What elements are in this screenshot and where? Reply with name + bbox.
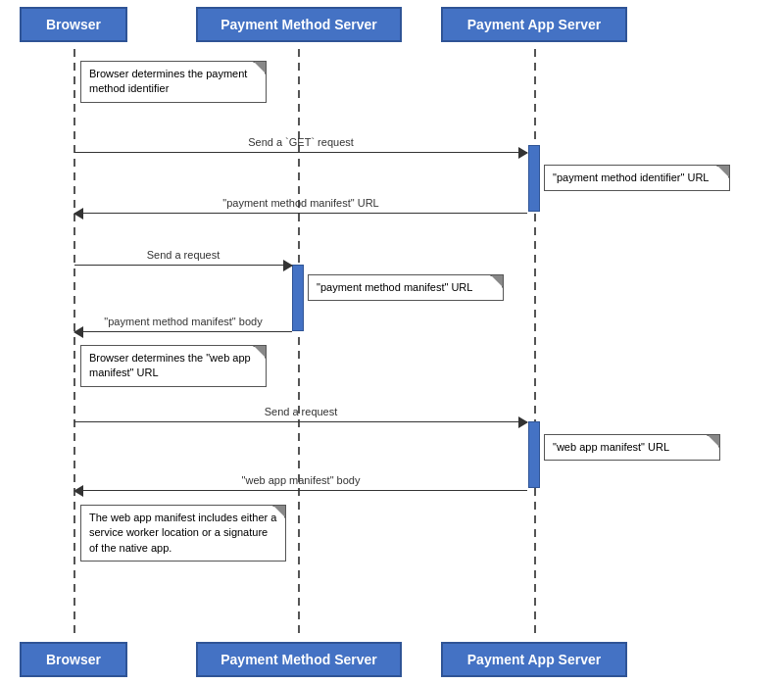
arrow-pmm-body: "payment method manifest" body	[74, 331, 292, 332]
actor-pms-header: Payment Method Server	[196, 7, 402, 42]
arrow-wam-body-label: "web app manifest" body	[242, 474, 361, 486]
arrow-send-request-pms: Send a request	[74, 265, 292, 266]
actor-browser-header: Browser	[20, 7, 127, 42]
arrow-send-request-pas: Send a request	[74, 421, 527, 422]
actor-pas-header: Payment App Server	[441, 7, 627, 42]
activation-pas-2	[528, 421, 540, 488]
arrow-send-request-pms-label: Send a request	[147, 249, 220, 261]
arrow-send-request-pas-label: Send a request	[265, 406, 338, 417]
lifeline-pas	[534, 49, 536, 635]
lifeline-browser	[74, 49, 75, 635]
actor-browser-footer: Browser	[20, 642, 127, 677]
note-pmm-manifest-url: "payment method manifest" URL	[308, 274, 504, 301]
arrow-pmm-url: "payment method manifest" URL	[74, 213, 527, 214]
activation-pas-1	[528, 145, 540, 212]
arrow-get-request: Send a `GET` request	[74, 152, 527, 153]
footer-row: Browser Payment Method Server Payment Ap…	[0, 635, 784, 684]
arrow-pmm-url-label: "payment method manifest" URL	[222, 197, 378, 209]
arrow-pmm-body-label: "payment method manifest" body	[104, 316, 262, 327]
arrow-get-label: Send a `GET` request	[248, 136, 354, 148]
actor-pms-footer: Payment Method Server	[196, 642, 402, 677]
note-wam-url: "web app manifest" URL	[544, 434, 720, 461]
note-browser-determines-pmi: Browser determines the payment method id…	[80, 61, 267, 103]
arrow-wam-body: "web app manifest" body	[74, 490, 527, 491]
activation-pms-1	[292, 265, 304, 331]
note-browser-determines-wam: Browser determines the "web app manifest…	[80, 345, 267, 387]
actor-pas-footer: Payment App Server	[441, 642, 627, 677]
header-row: Browser Payment Method Server Payment Ap…	[0, 0, 784, 49]
note-wam-includes: The web app manifest includes either a s…	[80, 505, 286, 562]
note-pmi-url: "payment method identifier" URL	[544, 165, 730, 191]
